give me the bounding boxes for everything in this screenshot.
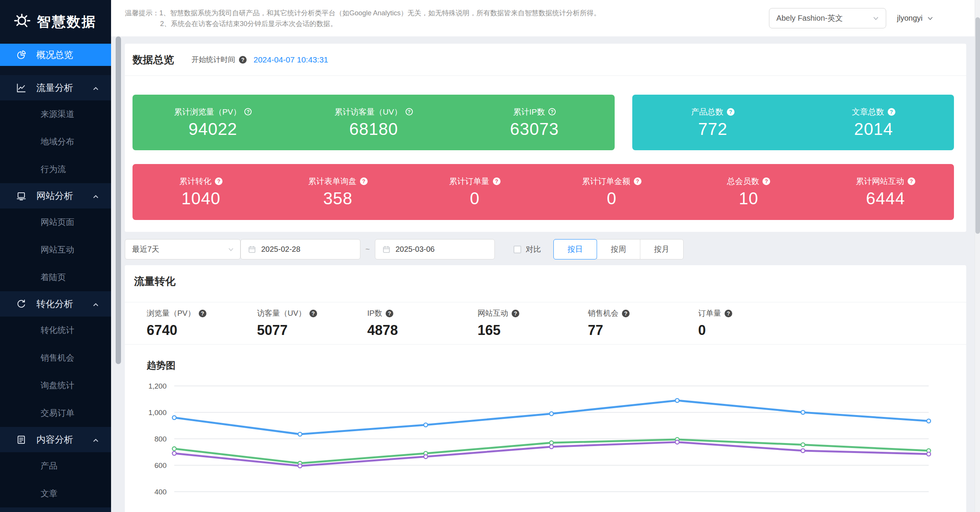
sidebar-subitem[interactable]: 地域分布 xyxy=(0,128,111,156)
page-scrollbar-thumb[interactable] xyxy=(975,17,980,234)
trend-chart[interactable]: 1,2001,000800600400 xyxy=(125,371,966,509)
sidebar-item-overview[interactable]: 概况总览 xyxy=(0,44,111,66)
chevron-down-icon xyxy=(227,246,235,253)
page-content: 数据总览 开始统计时间 ? 2024-04-07 10:43:31 累计浏览量（… xyxy=(111,36,980,512)
notice-line-1: 温馨提示：1、智慧数据系统为我司自研产品，和其它统计分析类平台（如Google … xyxy=(125,8,769,18)
stat-value: 772 xyxy=(698,120,727,139)
sidebar-subitem[interactable]: 产品 xyxy=(0,452,111,480)
sidebar-group-1[interactable]: 流量分析 xyxy=(0,75,111,100)
help-icon[interactable]: ? xyxy=(360,177,368,185)
granularity-option-1[interactable]: 按日 xyxy=(553,239,597,259)
help-icon[interactable]: ? xyxy=(199,310,206,317)
help-icon[interactable]: ? xyxy=(548,108,556,115)
compare-label: 对比 xyxy=(526,244,541,254)
stat-card-conversion-totals: 累计转化?1040累计表单询盘?358累计订单量?0累计订单金额?0总会员数?1… xyxy=(133,164,954,220)
svg-text:1,000: 1,000 xyxy=(148,409,167,417)
sidebar-submenu: 产品文章 xyxy=(0,452,111,507)
metric-value: 5077 xyxy=(257,322,367,338)
stat-cell: 总会员数?10 xyxy=(680,176,817,208)
help-icon[interactable]: ? xyxy=(622,310,630,317)
help-icon[interactable]: ? xyxy=(512,310,519,317)
traffic-metrics: 浏览量（PV）?6740访客量（UV）?5077IP数?4878网站互动?165… xyxy=(125,302,966,345)
stat-cell: 累计访客量（UV）?68180 xyxy=(293,107,454,139)
sidebar-subitem[interactable]: 行为流 xyxy=(0,156,111,183)
sidebar-subitem[interactable]: 文章 xyxy=(0,480,111,507)
help-icon[interactable]: ? xyxy=(239,56,247,64)
metric-label: 访客量（UV） xyxy=(257,308,306,318)
date-range-select[interactable]: 最近7天 xyxy=(125,239,241,259)
sidebar-subitem[interactable]: 网站页面 xyxy=(0,208,111,236)
traffic-panel: 流量转化 浏览量（PV）?6740访客量（UV）?5077IP数?4878网站互… xyxy=(125,265,966,512)
document-icon xyxy=(16,435,26,445)
sidebar-subitem[interactable]: 网站互动 xyxy=(0,236,111,264)
help-icon[interactable]: ? xyxy=(762,177,770,185)
date-separator: ~ xyxy=(365,245,370,254)
help-icon[interactable]: ? xyxy=(215,177,223,185)
sidebar-group-label: 流量分析 xyxy=(36,82,73,94)
top-notice-bar: 温馨提示：1、智慧数据系统为我司自研产品，和其它统计分析类平台（如Google … xyxy=(111,0,980,36)
stat-value: 1040 xyxy=(182,189,221,208)
date-to-input[interactable]: 2025-03-06 xyxy=(375,239,495,259)
help-icon[interactable]: ? xyxy=(406,108,413,115)
sidebar-item-label: 概况总览 xyxy=(36,49,73,61)
date-range-select-value: 最近7天 xyxy=(132,244,159,254)
metric-value: 165 xyxy=(478,322,588,338)
page-scrollbar[interactable] xyxy=(975,0,980,512)
date-from-input[interactable]: 2025-02-28 xyxy=(241,239,360,259)
stat-cell: 累计浏览量（PV）?94022 xyxy=(133,107,293,139)
help-icon[interactable]: ? xyxy=(386,310,393,317)
help-icon[interactable]: ? xyxy=(244,108,252,115)
trend-chart-title: 趋势图 xyxy=(147,359,966,371)
svg-text:1,200: 1,200 xyxy=(148,382,167,390)
granularity-option-3[interactable]: 按月 xyxy=(640,239,684,259)
site-select[interactable]: Abely Fashion-英文 xyxy=(769,8,886,28)
stat-label: 累计浏览量（PV） xyxy=(174,107,241,117)
svg-text:400: 400 xyxy=(154,488,167,496)
chevron-down-icon xyxy=(926,15,934,22)
start-time-label: 开始统计时间 xyxy=(191,55,235,65)
sidebar-group-2[interactable]: 网站分析 xyxy=(0,183,111,208)
stat-cell: 累计订单金额?0 xyxy=(543,176,681,208)
sidebar-subitem[interactable]: 销售机会 xyxy=(0,344,111,372)
date-to-value: 2025-03-06 xyxy=(396,245,435,254)
traffic-title: 流量转化 xyxy=(125,265,966,287)
svg-text:600: 600 xyxy=(154,461,167,469)
logo-magnifier-icon xyxy=(13,13,31,31)
sidebar-subitem[interactable]: 询盘统计 xyxy=(0,372,111,399)
help-icon[interactable]: ? xyxy=(908,177,915,185)
compare-checkbox[interactable] xyxy=(514,246,521,253)
granularity-option-2[interactable]: 按周 xyxy=(597,239,640,259)
help-icon[interactable]: ? xyxy=(727,108,735,116)
sidebar-group-3[interactable]: 转化分析 xyxy=(0,291,111,317)
username: jlyongyi xyxy=(897,14,923,23)
sidebar-subitem[interactable]: 交易订单 xyxy=(0,399,111,427)
stat-cell: 累计转化?1040 xyxy=(133,176,270,208)
stat-label: 累计转化 xyxy=(179,176,211,187)
stat-label: 总会员数 xyxy=(727,176,759,187)
start-time-value: 2024-04-07 10:43:31 xyxy=(254,55,328,64)
user-menu[interactable]: jlyongyi xyxy=(897,14,934,23)
chevron-up-icon xyxy=(92,436,100,443)
laptop-icon xyxy=(16,191,26,201)
page-title: 数据总览 xyxy=(133,53,174,67)
sidebar-subitem[interactable]: 转化统计 xyxy=(0,317,111,344)
help-icon[interactable]: ? xyxy=(725,310,732,317)
help-icon[interactable]: ? xyxy=(493,177,501,185)
sidebar-subitem[interactable]: 着陆页 xyxy=(0,264,111,291)
help-icon[interactable]: ? xyxy=(309,310,317,317)
help-icon[interactable]: ? xyxy=(634,177,641,185)
app-title: 智慧数据 xyxy=(37,13,97,31)
sidebar-submenu: 来源渠道地域分布行为流 xyxy=(0,100,111,183)
metric-label: IP数 xyxy=(367,308,382,318)
overview-panel: 数据总览 开始统计时间 ? 2024-04-07 10:43:31 累计浏览量（… xyxy=(125,44,966,232)
main-area: 温馨提示：1、智慧数据系统为我司自研产品，和其它统计分析类平台（如Google … xyxy=(111,0,980,512)
sidebar-subitem[interactable]: 来源渠道 xyxy=(0,100,111,128)
sidebar-partial-next-group xyxy=(0,507,111,512)
sidebar-scrollbar-thumb[interactable] xyxy=(116,36,121,364)
metric-value: 6740 xyxy=(147,322,257,338)
metric-value: 4878 xyxy=(367,322,478,338)
app-logo: 智慧数据 xyxy=(0,0,111,44)
help-icon[interactable]: ? xyxy=(888,108,895,116)
stat-label: 产品总数 xyxy=(691,107,723,117)
sidebar-group-4[interactable]: 内容分析 xyxy=(0,427,111,452)
